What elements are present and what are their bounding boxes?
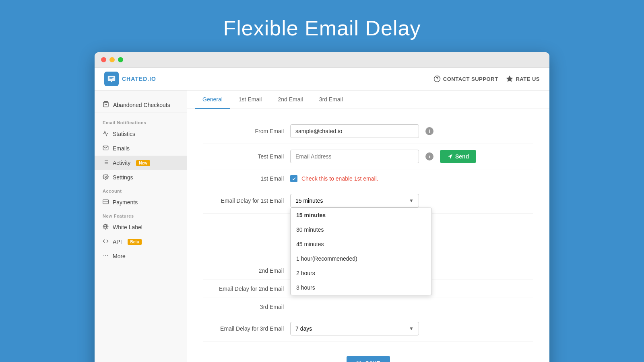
third-email-label: 3rd Email — [203, 304, 284, 310]
sidebar-item-activity[interactable]: Activity New — [95, 156, 187, 170]
email-delay-1st-label: Email Delay for 1st Email — [203, 197, 284, 204]
hero-title: Flexible Email Delay — [223, 0, 421, 52]
test-email-input[interactable] — [290, 150, 419, 163]
email-notifications-section: Email Notifications — [95, 116, 187, 127]
question-icon — [433, 75, 441, 82]
first-email-checkbox[interactable] — [290, 175, 297, 182]
title-bar — [95, 52, 549, 68]
email-delay-3rd-value: 7 days — [295, 325, 312, 332]
maximize-button[interactable] — [118, 57, 123, 62]
svg-marker-18 — [448, 154, 452, 159]
header-actions: CONTACT SUPPORT RATE US — [433, 75, 540, 82]
chevron-down-icon: ▼ — [409, 198, 414, 204]
test-email-info-icon[interactable]: i — [425, 152, 433, 160]
account-section: Account — [95, 185, 187, 195]
email-delay-2nd-label: Email Delay for 2nd Email — [203, 286, 284, 292]
dropdown-item-3hr[interactable]: 3 hours — [291, 280, 431, 295]
app-header: CHATED.IO CONTACT SUPPORT RATE US — [95, 68, 549, 90]
svg-point-16 — [105, 255, 106, 256]
from-email-label: From Email — [203, 128, 284, 134]
sidebar-item-api[interactable]: API Beta — [95, 234, 187, 249]
statistics-label: Statistics — [113, 131, 135, 137]
sidebar-item-payments[interactable]: Payments — [95, 195, 187, 210]
from-email-row: From Email i — [203, 119, 533, 144]
test-email-row: Test Email i Send — [203, 144, 533, 169]
save-button[interactable]: SAVE — [347, 356, 390, 362]
email-delay-3rd-trigger[interactable]: 7 days ▼ — [290, 322, 419, 335]
close-button[interactable] — [101, 57, 106, 62]
contact-support-label: CONTACT SUPPORT — [443, 76, 498, 82]
abandoned-checkouts-label: Abandoned Checkouts — [113, 102, 170, 108]
save-icon — [356, 360, 362, 362]
sidebar-item-more[interactable]: More — [95, 249, 187, 263]
send-button[interactable]: Send — [440, 150, 476, 163]
from-email-input[interactable] — [290, 124, 419, 138]
first-email-label: 1st Email — [203, 175, 284, 182]
email-delay-1st-trigger[interactable]: 15 minutes ▼ — [290, 194, 419, 208]
sidebar-item-statistics[interactable]: Statistics — [95, 127, 187, 141]
code-icon — [103, 238, 109, 245]
dropdown-item-30min[interactable]: 30 minutes — [291, 222, 431, 237]
svg-point-17 — [107, 255, 108, 256]
send-icon — [447, 154, 453, 159]
email-delay-1st-value: 15 minutes — [295, 197, 323, 204]
more-label: More — [113, 253, 126, 259]
logo-icon — [104, 72, 119, 86]
from-email-info-icon[interactable]: i — [425, 127, 433, 135]
save-label: SAVE — [365, 360, 380, 362]
dropdown-item-2hr[interactable]: 2 hours — [291, 266, 431, 280]
logo-text: CHATED.IO — [122, 76, 156, 82]
test-email-label: Test Email — [203, 153, 284, 160]
email-delay-3rd-row: Email Delay for 3rd Email 7 days ▼ — [203, 316, 533, 341]
email-delay-1st-row: Email Delay for 1st Email 15 minutes ▼ 1… — [203, 188, 533, 214]
settings-icon — [103, 174, 109, 181]
rate-us-button[interactable]: RATE US — [506, 75, 540, 82]
dropdown-item-1hr[interactable]: 1 hour(Recommeneded) — [291, 251, 431, 266]
second-email-label: 2nd Email — [203, 267, 284, 274]
sidebar-item-settings[interactable]: Settings — [95, 170, 187, 185]
sidebar-item-emails[interactable]: Emails — [95, 141, 187, 156]
email-delay-3rd-label: Email Delay for 3rd Email — [203, 325, 284, 332]
dropdown-item-15min[interactable]: 15 minutes — [291, 208, 431, 222]
more-icon — [103, 253, 109, 260]
third-email-row: 3rd Email — [203, 298, 533, 316]
main-layout: Abandoned Checkouts Email Notifications … — [95, 90, 549, 362]
sidebar-item-white-label[interactable]: White Label — [95, 220, 187, 234]
settings-label: Settings — [113, 174, 133, 181]
new-features-section: New Features — [95, 210, 187, 220]
dropdown-item-45min[interactable]: 45 minutes — [291, 237, 431, 251]
activity-icon — [103, 159, 109, 167]
app-container: CHATED.IO CONTACT SUPPORT RATE US — [95, 68, 549, 362]
tab-2nd-email[interactable]: 2nd Email — [270, 90, 310, 109]
content-area: General 1st Email 2nd Email 3rd Email Fr… — [187, 90, 549, 362]
tab-1st-email[interactable]: 1st Email — [231, 90, 269, 109]
first-email-check-text: Check this to enable 1st email. — [301, 175, 378, 182]
star-icon — [506, 75, 513, 82]
first-email-check-row: Check this to enable 1st email. — [290, 175, 378, 182]
rate-us-label: RATE US — [516, 76, 540, 82]
payments-icon — [103, 199, 109, 206]
svg-point-10 — [105, 176, 107, 178]
minimize-button[interactable] — [109, 57, 115, 62]
email-delay-3rd-dropdown: 7 days ▼ — [290, 322, 419, 335]
logo-area: CHATED.IO — [104, 72, 156, 86]
send-label: Send — [455, 153, 469, 160]
emails-label: Emails — [113, 145, 130, 152]
cart-icon — [103, 101, 109, 109]
email-delay-dropdown-list: 15 minutes 30 minutes 45 minutes 1 hour(… — [290, 208, 432, 295]
svg-rect-11 — [103, 200, 109, 204]
tab-3rd-email[interactable]: 3rd Email — [312, 90, 350, 109]
contact-support-button[interactable]: CONTACT SUPPORT — [433, 75, 498, 82]
sidebar: Abandoned Checkouts Email Notifications … — [95, 90, 187, 362]
activity-new-badge: New — [136, 160, 150, 166]
globe-icon — [103, 224, 109, 231]
tabs-bar: General 1st Email 2nd Email 3rd Email — [187, 90, 549, 109]
svg-point-15 — [103, 255, 104, 256]
sidebar-item-abandoned-checkouts[interactable]: Abandoned Checkouts — [95, 97, 187, 113]
api-label: API — [113, 239, 122, 245]
form-area: From Email i Test Email i Send — [187, 109, 549, 362]
payments-label: Payments — [113, 199, 138, 206]
first-email-row: 1st Email Check this to enable 1st email… — [203, 169, 533, 188]
statistics-icon — [103, 130, 109, 138]
tab-general[interactable]: General — [195, 90, 230, 109]
